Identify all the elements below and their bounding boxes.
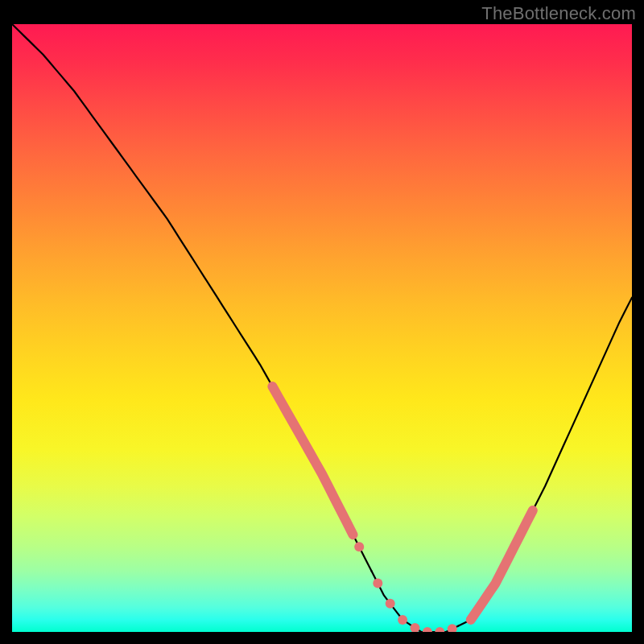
curve-overlay: [12, 24, 632, 632]
highlight-dot: [398, 615, 407, 625]
plot-area: [12, 24, 632, 632]
watermark-text: TheBottleneck.com: [481, 3, 636, 24]
highlight-dot: [411, 623, 420, 632]
curve-valley-floor: [372, 572, 459, 633]
highlight-dot: [435, 627, 444, 632]
curve-right-branch: [458, 298, 632, 626]
highlight-left-slope: [272, 386, 353, 535]
chart-frame: TheBottleneck.com: [0, 0, 644, 644]
highlight-dot: [423, 627, 432, 632]
highlight-dot: [448, 624, 457, 632]
highlight-dot: [386, 599, 395, 609]
highlight-dot: [373, 579, 382, 588]
highlight-dot: [354, 542, 364, 551]
curve-left-branch: [12, 24, 372, 572]
highlight-right-slope: [471, 510, 533, 620]
highlight-valley-dots: [354, 542, 457, 632]
